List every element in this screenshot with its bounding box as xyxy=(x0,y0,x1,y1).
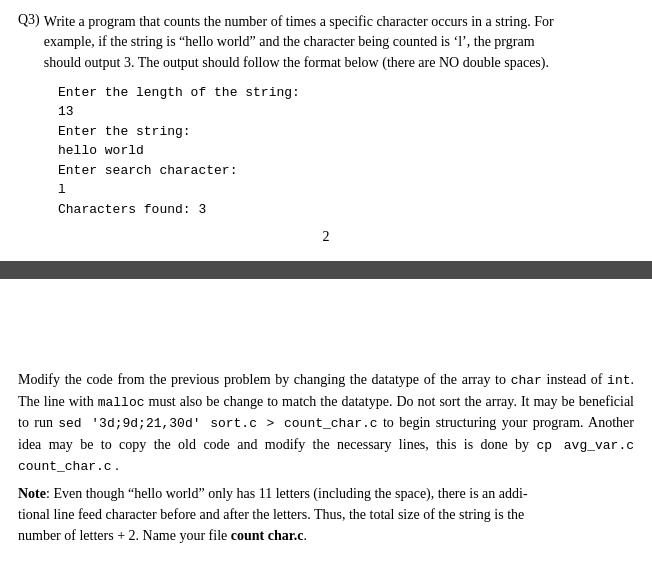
output-line6: l xyxy=(58,180,634,200)
page-number-bar: 2 xyxy=(18,229,634,253)
question-label: Q3) xyxy=(18,12,40,28)
bottom-p1-mono3: malloc xyxy=(98,395,145,410)
sample-output: Enter the length of the string: 13 Enter… xyxy=(58,83,634,220)
question-text: Write a program that counts the number o… xyxy=(44,12,554,73)
spacer xyxy=(0,279,652,359)
output-line2: 13 xyxy=(58,102,634,122)
output-line3: Enter the string: xyxy=(58,122,634,142)
bottom-section: Modify the code from the previous proble… xyxy=(0,359,652,564)
output-line5: Enter search character: xyxy=(58,161,634,181)
page: Q3) Write a program that counts the numb… xyxy=(0,0,652,579)
output-line1: Enter the length of the string: xyxy=(58,83,634,103)
question-text-line2: example, if the string is “hello world” … xyxy=(44,34,535,49)
section-divider xyxy=(0,261,652,279)
note-label: Note xyxy=(18,486,46,501)
page-number: 2 xyxy=(323,229,330,244)
question-text-line3: should output 3. The output should follo… xyxy=(44,55,549,70)
bottom-p1-text1: Modify the code from the previous proble… xyxy=(18,372,511,387)
bottom-p1-text2: instead of xyxy=(542,372,607,387)
bottom-p1-mono2: int xyxy=(607,373,630,388)
top-section: Q3) Write a program that counts the numb… xyxy=(0,0,652,261)
note-end: . xyxy=(303,528,307,543)
bottom-note: Note: Even though “hello world” only has… xyxy=(18,483,634,546)
bottom-paragraph1: Modify the code from the previous proble… xyxy=(18,369,634,477)
bottom-p1-mono1: char xyxy=(511,373,542,388)
output-line7: Characters found: 3 xyxy=(58,200,634,220)
bottom-p1-mono4: sed '3d;9d;21,30d' sort.c > count_char.c xyxy=(58,416,377,431)
question-text-line1: Write a program that counts the number o… xyxy=(44,14,554,29)
note-text3: number of letters + 2. Name your file xyxy=(18,528,227,543)
note-text1: : Even though “hello world” only has 11 … xyxy=(46,486,528,501)
output-line4: hello world xyxy=(58,141,634,161)
question-block: Q3) Write a program that counts the numb… xyxy=(18,12,634,73)
note-bold: count char.c xyxy=(231,528,304,543)
note-text2: tional line feed character before and af… xyxy=(18,507,524,522)
bottom-p1-text6: . xyxy=(112,458,119,473)
